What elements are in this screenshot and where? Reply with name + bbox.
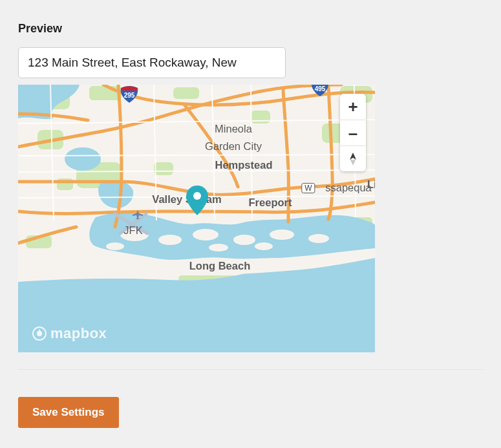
svg-point-21 (209, 244, 228, 251)
svg-point-20 (106, 242, 124, 250)
save-settings-button[interactable]: Save Settings (18, 397, 119, 428)
svg-point-17 (233, 235, 255, 245)
svg-rect-9 (154, 162, 173, 175)
section-divider (18, 369, 483, 370)
svg-point-23 (65, 147, 101, 171)
svg-point-39 (37, 331, 42, 336)
map-preview[interactable]: MineolaGarden CityHempsteadValley Stream… (18, 85, 375, 352)
mapbox-attribution-text: mapbox (50, 325, 107, 342)
zoom-in-button[interactable] (340, 94, 366, 120)
map-canvas (18, 85, 375, 352)
reset-bearing-button[interactable] (340, 145, 366, 171)
compass-icon (347, 152, 359, 166)
zoom-out-button[interactable] (340, 120, 366, 145)
svg-rect-3 (173, 87, 199, 99)
svg-rect-2 (89, 86, 122, 100)
svg-marker-40 (350, 153, 356, 160)
svg-marker-41 (350, 158, 356, 165)
address-input[interactable] (18, 47, 286, 78)
mapbox-attribution: mapbox (32, 325, 107, 342)
mapbox-logo-icon (32, 326, 47, 341)
map-controls (340, 94, 366, 171)
svg-point-15 (158, 235, 182, 245)
preview-title: Preview (18, 22, 483, 36)
svg-point-19 (308, 234, 329, 243)
svg-point-18 (270, 229, 294, 240)
svg-point-16 (193, 229, 219, 240)
svg-point-22 (255, 242, 273, 250)
